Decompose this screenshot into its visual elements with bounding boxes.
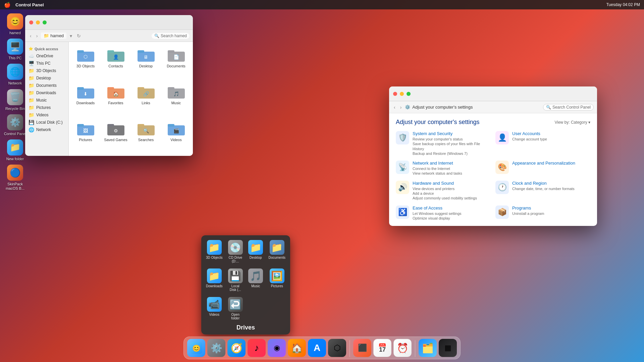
cp-item-hardware-sound[interactable]: 🔊 Hardware and Sound View devices and pr… <box>396 181 491 201</box>
cp-item-programs[interactable]: 📦 Programs Uninstall a program <box>495 205 590 221</box>
drive-item-music[interactable]: 🎵 Music <box>247 267 264 293</box>
drives-popup-label: Drives <box>205 324 287 331</box>
refresh-button[interactable]: ↻ <box>75 33 82 39</box>
dock-item-calendar[interactable]: JUL 17 <box>373 339 391 357</box>
window-close-button[interactable] <box>29 20 33 24</box>
dock-item-finder[interactable]: 😊 <box>187 339 205 357</box>
folder-3d-objects[interactable]: ⬡ 3D Objects <box>72 45 99 79</box>
svg-rect-19 <box>138 87 144 90</box>
search-box[interactable]: 🔍 Search hamed <box>152 33 190 39</box>
current-folder-name: hamed <box>50 33 64 38</box>
network-internet-icon: 📡 <box>398 163 407 172</box>
svg-rect-31 <box>138 124 144 127</box>
folder-documents[interactable]: 📄 Documents <box>163 45 190 79</box>
breadcrumb[interactable]: 📁 hamed <box>41 33 66 39</box>
drive-item-desktop[interactable]: 📁 Desktop <box>247 239 264 264</box>
desktop-icon-control-panel[interactable]: ⚙️ Control Panel <box>3 114 27 136</box>
cp-item-system-security[interactable]: 🛡️ System and Security Review your compu… <box>396 131 491 156</box>
sidebar-item-desktop[interactable]: 📁 Desktop <box>25 74 68 82</box>
cp-item-network-internet[interactable]: 📡 Network and Internet Connect to the In… <box>396 161 491 176</box>
folder-desktop[interactable]: 🖥 Desktop <box>132 45 159 79</box>
dock-item-appstore[interactable]: A <box>308 339 326 357</box>
folder-contacts[interactable]: 👤 Contacts <box>102 45 129 79</box>
drive-item-documents[interactable]: 📁 Documents <box>267 239 287 264</box>
cp-view-by[interactable]: View by: Category ▾ <box>554 120 590 125</box>
sidebar-item-videos[interactable]: 📁 Videos <box>25 111 68 119</box>
cp-item-network-internet-title[interactable]: Network and Internet <box>413 161 462 166</box>
desktop-icon-network[interactable]: 🌐 Network <box>3 64 27 85</box>
cp-item-programs-title[interactable]: Programs <box>512 205 544 210</box>
folder-pictures[interactable]: 🖼 Pictures <box>72 119 99 153</box>
cp-item-system-security-title[interactable]: System and Security <box>413 131 491 136</box>
drive-item-local-disk[interactable]: 💾 Local Disk (... <box>226 267 244 293</box>
dock-item-home[interactable]: 🏠 <box>288 339 306 357</box>
apple-icon[interactable]: 🍎 <box>4 2 11 8</box>
dock-item-finder2[interactable]: 🗂️ <box>419 339 437 357</box>
desktop-icon-this-pc[interactable]: 🖥️ This PC <box>3 39 27 60</box>
sidebar-item-network[interactable]: 🌐 Network <box>25 126 68 133</box>
folder-links[interactable]: 🔗 Links <box>132 82 159 116</box>
dock-item-siri[interactable]: ◉ <box>268 339 286 357</box>
svg-text:🔗: 🔗 <box>143 91 149 97</box>
sidebar-item-documents[interactable]: 📁 Documents <box>25 82 68 89</box>
sidebar-item-videos-label: Videos <box>36 113 48 117</box>
cp-item-ease-of-access-title[interactable]: Ease of Access <box>413 205 462 210</box>
control-panel-body: Adjust your computer's settings View by:… <box>389 113 597 226</box>
dock-item-safari[interactable]: 🧭 <box>227 339 246 357</box>
drive-item-3d-objects[interactable]: 📁 3D Objects <box>205 239 224 264</box>
cp-back-button[interactable]: ‹ <box>392 104 397 111</box>
cp-forward-button[interactable]: › <box>399 104 403 111</box>
dock-item-clock[interactable]: ⏰ <box>393 339 412 357</box>
sidebar-item-local-disk[interactable]: 💾 Local Disk (C:) <box>25 119 68 126</box>
videos-icon-si: 📁 <box>29 112 34 118</box>
cp-item-clock-region[interactable]: 🕐 Clock and Region Change date, time, or… <box>495 181 590 201</box>
forward-button[interactable]: › <box>35 33 39 39</box>
cp-search-box[interactable]: 🔍 Search Control Panel <box>543 104 594 111</box>
sidebar-item-3d-objects[interactable]: 📁 3D Objects <box>25 67 68 74</box>
cp-item-appearance[interactable]: 🎨 Appearance and Personalization <box>495 161 590 176</box>
cp-close-button[interactable] <box>393 92 397 96</box>
dock-item-screen[interactable]: ▦ <box>439 339 457 357</box>
sidebar-item-pictures[interactable]: 📁 Pictures <box>25 104 68 111</box>
cp-minimize-button[interactable] <box>400 92 404 96</box>
window-maximize-button[interactable] <box>43 20 47 24</box>
folder-music[interactable]: 🎵 Music <box>163 82 190 116</box>
cp-item-user-accounts[interactable]: 👤 User Accounts Change account type <box>495 131 590 156</box>
drive-item-downloads[interactable]: 📁 Downloads <box>205 267 224 293</box>
dock-item-bootcamp[interactable]: ⬡ <box>328 339 346 357</box>
desktop-icon-hamed[interactable]: 😊 hamed <box>3 13 27 35</box>
folder-downloads[interactable]: ⬇ Downloads <box>72 82 99 116</box>
this-pc-icon: 🖥️ <box>29 61 34 66</box>
desktop-icon-new-folder[interactable]: 📁 New folder <box>3 139 27 161</box>
dock-item-launchpad[interactable]: ⬛ <box>353 339 371 357</box>
window-minimize-button[interactable] <box>36 20 40 24</box>
desktop-icon-skinpack[interactable]: 🔵 SkinPack macOS B... <box>3 165 27 191</box>
folder-searches[interactable]: 🔍 Searches <box>132 119 159 153</box>
folder-favorites[interactable]: 🏠 Favorites <box>102 82 129 116</box>
dock-finder-icon: 😊 <box>187 339 205 357</box>
cp-item-appearance-title[interactable]: Appearance and Personalization <box>512 161 575 166</box>
cp-item-ease-of-access[interactable]: ♿ Ease of Access Let Windows suggest set… <box>396 205 491 221</box>
desktop-icon-recycle-bin[interactable]: 🗑️ Recycle Bin <box>3 89 27 111</box>
drive-item-pictures[interactable]: 🖼️ Pictures <box>267 267 287 293</box>
desktop-icon-this-pc-label: This PC <box>8 56 21 60</box>
back-button[interactable]: ‹ <box>29 33 33 39</box>
cp-item-hardware-sound-title[interactable]: Hardware and Sound <box>413 181 477 186</box>
drive-item-cd-drive[interactable]: 💿 CD Drive (D:... <box>226 239 244 264</box>
drive-item-videos[interactable]: 📹 Videos <box>205 296 224 321</box>
cp-item-clock-region-title[interactable]: Clock and Region <box>512 181 575 186</box>
sidebar-item-music[interactable]: 📁 Music <box>25 97 68 104</box>
sidebar-item-this-pc[interactable]: 🖥️ This PC <box>25 60 68 67</box>
cp-item-user-accounts-title[interactable]: User Accounts <box>512 131 547 136</box>
folder-saved-games[interactable]: ⚙ Saved Games <box>102 119 129 153</box>
menubar: 🍎 Control Panel Tuesday 04:02 PM <box>0 0 644 9</box>
sidebar-item-downloads[interactable]: 📁 Downloads <box>25 89 68 97</box>
desktop-icon-new-folder-label: New folder <box>6 157 24 161</box>
dropdown-button[interactable]: ▾ <box>68 33 73 39</box>
cp-maximize-button[interactable] <box>407 92 411 96</box>
folder-videos[interactable]: 🎬 Videos <box>163 119 190 153</box>
drive-item-open-folder[interactable]: ↩️ Open folder <box>226 296 244 321</box>
dock-item-music[interactable]: ♪ <box>248 339 266 357</box>
sidebar-item-onedrive[interactable]: ☁️ OneDrive <box>25 52 68 60</box>
dock-item-system-prefs[interactable]: ⚙️ <box>207 339 225 357</box>
